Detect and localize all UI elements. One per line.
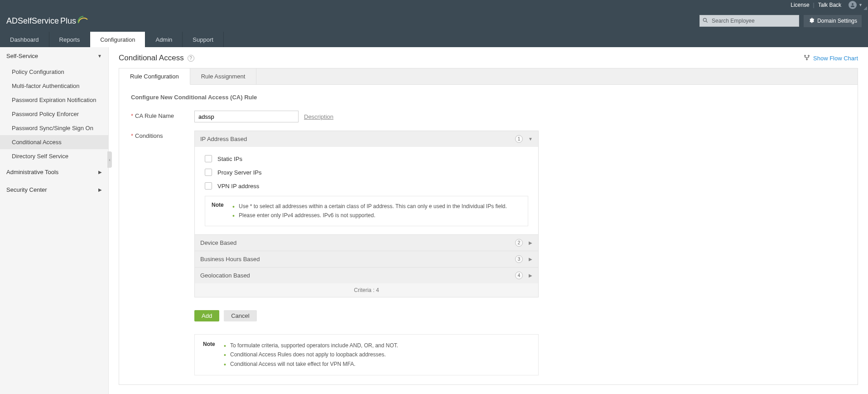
chevron-down-icon: ▼ (528, 136, 533, 141)
sidebar-item-conditional-access[interactable]: Conditional Access (0, 135, 108, 149)
accordion-body-ip: Static IPs Proxy Server IPs VPN IP addre… (195, 147, 538, 234)
main-content: Conditional Access ? Show Flow Chart Rul… (109, 47, 868, 394)
logo-arc-icon (78, 16, 88, 26)
note-item: Conditional Access will not take effect … (224, 360, 530, 369)
sidebar-item-mfa[interactable]: Multi-factor Authentication (0, 79, 108, 93)
nav-reports[interactable]: Reports (49, 32, 91, 47)
bottom-note: Note To formulate criteria, supported op… (194, 334, 539, 375)
accordion-header-hours[interactable]: Business Hours Based 3 ▶ (195, 251, 538, 267)
search-icon (702, 17, 709, 24)
svg-point-4 (808, 55, 810, 56)
nav-configuration[interactable]: Configuration (90, 32, 145, 47)
add-button[interactable]: Add (194, 310, 219, 321)
sidebar: Self-Service ▼ Policy Configuration Mult… (0, 47, 109, 394)
accordion-header-device[interactable]: Device Based 2 ▶ (195, 235, 538, 251)
avatar-icon[interactable] (849, 1, 857, 9)
accordion-label: Geolocation Based (200, 272, 250, 279)
domain-settings-button[interactable]: Domain Settings (804, 15, 862, 27)
page-title-text: Conditional Access (119, 54, 184, 63)
section-title: Configure New Conditional Access (CA) Ru… (131, 94, 846, 101)
sidebar-item-pwd-exp[interactable]: Password Expiration Notification (0, 93, 108, 107)
logo-main: ADSelfService (6, 16, 59, 26)
accordion-label: IP Address Based (200, 136, 247, 142)
note-item: Conditional Access Rules does not apply … (224, 350, 530, 359)
note-list: To formulate criteria, supported operato… (224, 341, 530, 369)
top-bar: License | Talk Back ▼ (0, 0, 868, 10)
sidebar-item-pwd-policy[interactable]: Password Policy Enforcer (0, 107, 108, 121)
checkbox-static-ips[interactable]: Static IPs (205, 155, 528, 162)
domain-settings-label: Domain Settings (817, 18, 857, 24)
sidebar-section-admin-tools[interactable]: Administrative Tools ▶ (0, 163, 108, 181)
nav-dashboard[interactable]: Dashboard (0, 32, 49, 47)
tab-rule-assignment[interactable]: Rule Assignment (190, 68, 257, 84)
sidebar-item-policy[interactable]: Policy Configuration (0, 65, 108, 79)
sidebar-section-label: Self-Service (6, 53, 38, 59)
svg-line-2 (706, 21, 708, 23)
page-title-row: Conditional Access ? Show Flow Chart (119, 54, 858, 63)
criteria-footer: Criteria : 4 (194, 283, 539, 297)
note-label: Note (212, 202, 232, 220)
sidebar-section-security-center[interactable]: Security Center ▶ (0, 181, 108, 199)
accordion-geo: Geolocation Based 4 ▶ (194, 267, 539, 284)
checkbox-icon[interactable] (205, 182, 212, 190)
note-item: To formulate criteria, supported operato… (224, 341, 530, 350)
checkbox-proxy-ips[interactable]: Proxy Server IPs (205, 169, 528, 176)
checkbox-label: Static IPs (217, 156, 242, 162)
checkbox-icon[interactable] (205, 155, 212, 162)
sidebar-item-dir-self[interactable]: Directory Self Service (0, 149, 108, 163)
rule-name-input[interactable] (194, 111, 299, 122)
main-nav: Dashboard Reports Configuration Admin Su… (0, 32, 868, 47)
accordion-header-geo[interactable]: Geolocation Based 4 ▶ (195, 268, 538, 283)
sidebar-section-label: Security Center (6, 186, 47, 193)
chevron-right-icon: ▶ (98, 187, 102, 192)
chevron-down-icon[interactable]: ▼ (858, 3, 863, 7)
note-item: Use * to select all addresses within a c… (232, 202, 521, 211)
panel: Rule Configuration Rule Assignment Confi… (119, 68, 858, 385)
body: Self-Service ▼ Policy Configuration Mult… (0, 47, 868, 394)
search-input[interactable] (699, 15, 799, 27)
form-row-rule-name: *CA Rule Name Description (131, 111, 846, 122)
checkbox-icon[interactable] (205, 169, 212, 176)
header: ADSelfService Plus Domain Settings (0, 10, 868, 32)
description-link[interactable]: Description (304, 113, 333, 120)
note-item: Please enter only IPv4 addresses. IPv6 i… (232, 211, 521, 220)
search-wrap (699, 15, 799, 27)
talkback-link[interactable]: Talk Back (818, 2, 841, 8)
chevron-down-icon: ▼ (97, 54, 102, 58)
accordion-header-ip[interactable]: IP Address Based 1 ▼ (195, 131, 538, 147)
accordion-label: Device Based (200, 239, 236, 246)
conditions-box: IP Address Based 1 ▼ Static IPs (194, 131, 539, 297)
flowchart-icon (803, 54, 810, 63)
badge: 2 (515, 239, 523, 247)
badge: 1 (515, 135, 523, 143)
license-link[interactable]: License (791, 2, 809, 8)
svg-point-0 (852, 3, 854, 5)
scroll-top-icon[interactable] (863, 6, 867, 10)
svg-point-1 (703, 18, 706, 21)
cancel-button[interactable]: Cancel (224, 310, 256, 321)
gear-icon (808, 17, 815, 25)
sidebar-section-self-service[interactable]: Self-Service ▼ (0, 47, 108, 65)
chevron-right-icon: ▶ (528, 257, 533, 262)
sidebar-collapse-handle[interactable] (107, 151, 112, 168)
tabs: Rule Configuration Rule Assignment (119, 68, 858, 85)
svg-point-3 (805, 55, 806, 56)
form-row-conditions: *Conditions IP Address Based 1 ▼ (131, 131, 846, 297)
show-flow-chart-link[interactable]: Show Flow Chart (803, 54, 858, 63)
nav-admin[interactable]: Admin (145, 32, 183, 47)
chevron-right-icon: ▶ (98, 170, 102, 175)
nav-support[interactable]: Support (183, 32, 224, 47)
badge: 4 (515, 272, 523, 279)
logo: ADSelfService Plus (6, 16, 88, 26)
note-box-ip: Note Use * to select all addresses withi… (205, 196, 528, 226)
checkbox-label: VPN IP address (217, 183, 259, 190)
conditions-label: *Conditions (131, 131, 194, 139)
accordion-ip: IP Address Based 1 ▼ Static IPs (194, 131, 539, 235)
checkbox-vpn-ip[interactable]: VPN IP address (205, 182, 528, 190)
badge: 3 (515, 255, 523, 263)
sidebar-item-pwd-sync[interactable]: Password Sync/Single Sign On (0, 121, 108, 135)
note-label: Note (203, 341, 224, 369)
accordion-hours: Business Hours Based 3 ▶ (194, 251, 539, 268)
tab-rule-configuration[interactable]: Rule Configuration (119, 68, 190, 85)
help-icon[interactable]: ? (188, 55, 194, 62)
